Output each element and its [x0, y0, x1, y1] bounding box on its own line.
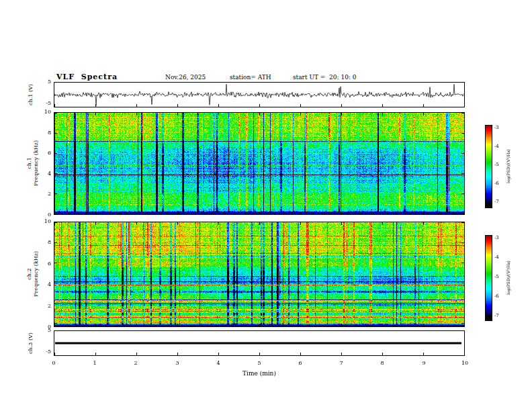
ch2-spec-axis-label: ch.2 Frequency (kHz): [26, 240, 40, 308]
colorbar-ch2: [485, 235, 492, 321]
ch3-wave-axis-label: ch.3 (V): [28, 323, 34, 363]
cb1-label: log(PSD)/(V²/Hz): [506, 133, 511, 200]
xtick-1: 1: [88, 360, 101, 366]
vlf-spectra-figure: VLF Spectra Nov.26, 2025 station= ATH st…: [0, 0, 532, 411]
ch1-waveform-panel: [54, 82, 465, 107]
ch3-waveform-panel: [54, 330, 465, 356]
xtick-7: 7: [335, 360, 348, 366]
cb1-tick-0: -3: [494, 125, 505, 130]
cb1-tick-1: -4: [494, 144, 505, 149]
ch3-waveform-plot: [54, 331, 464, 355]
ch1-spec-axis-label: ch.1 Frequency (kHz): [26, 130, 40, 197]
ch2-spec-ytick-10: 10: [39, 218, 51, 224]
ch1-spec-ytick-0: 0: [39, 212, 51, 218]
ch1-wave-ytick-max: 5: [39, 79, 51, 85]
ch1-spec-axis-label-line1: ch.1: [26, 130, 33, 197]
station-label: station= ATH: [230, 74, 271, 81]
xtick-5: 5: [253, 360, 266, 366]
ch2-spectrogram-plot: [54, 222, 464, 326]
xtick-4: 4: [212, 360, 225, 366]
cb1-tick-4: -7: [494, 199, 505, 204]
ch1-spec-ytick-10: 10: [39, 109, 51, 115]
ch2-spec-ytick-8: 8: [39, 239, 51, 245]
page-title: VLF Spectra: [56, 73, 118, 81]
cb2-tick-4: -7: [494, 313, 505, 318]
cb2-tick-3: -6: [494, 293, 505, 299]
ch1-spec-ytick-6: 6: [39, 150, 51, 156]
ch1-spec-axis-label-line2: Frequency (kHz): [33, 130, 40, 197]
xtick-8: 8: [375, 360, 389, 366]
ch1-wave-axis-label: ch.1 (V): [28, 75, 34, 115]
ch2-spec-axis-label-line1: ch.2: [26, 240, 33, 308]
ch2-spec-ytick-2: 2: [39, 303, 51, 309]
ch1-wave-ytick-min: -5: [39, 100, 51, 106]
cb1-tick-2: -5: [494, 162, 505, 167]
ch1-spectrogram-panel: [54, 112, 465, 215]
ch1-spec-ytick-8: 8: [39, 130, 51, 136]
ch1-spectrogram-plot: [54, 113, 464, 214]
cb2-tick-0: -3: [494, 235, 505, 240]
xtick-10: 10: [458, 360, 472, 366]
cb2-label: log(PSD)/(V²/Hz): [506, 244, 511, 312]
xtick-6: 6: [294, 360, 307, 366]
xtick-0: 0: [47, 360, 60, 366]
ch2-spectrogram-panel: [54, 222, 465, 327]
ch3-wave-ytick-max: 5: [39, 327, 51, 333]
start-ut-label: start UT = 20: 10: 0: [293, 74, 357, 81]
cb2-tick-2: -5: [494, 274, 505, 279]
ch2-spec-ytick-6: 6: [39, 261, 51, 267]
date-label: Nov.26, 2025: [165, 74, 206, 81]
ch1-waveform-plot: [54, 83, 464, 107]
ch2-spec-ytick-4: 4: [39, 281, 51, 287]
ch3-wave-ytick-min: -5: [39, 349, 51, 355]
xtick-3: 3: [171, 360, 184, 366]
xtick-9: 9: [417, 360, 431, 366]
colorbar-ch1: [485, 125, 492, 208]
cb1-tick-3: -6: [494, 181, 505, 186]
ch1-spec-ytick-4: 4: [39, 171, 51, 177]
ch2-spec-axis-label-line2: Frequency (kHz): [33, 240, 40, 308]
x-axis-label: Time (min): [219, 370, 300, 377]
cb2-tick-1: -4: [494, 255, 505, 260]
xtick-2: 2: [129, 360, 142, 366]
ch1-spec-ytick-2: 2: [39, 191, 51, 197]
